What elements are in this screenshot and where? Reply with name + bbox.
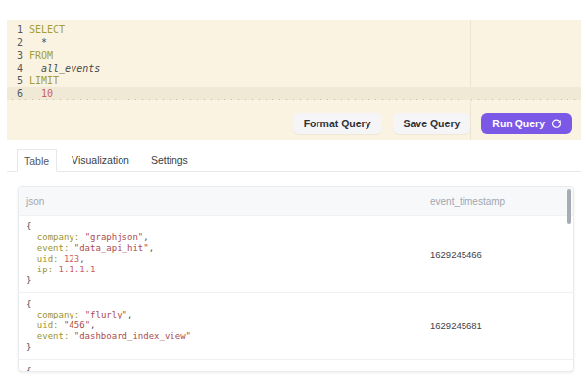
editor-line[interactable]: 4 all_events: [7, 62, 581, 74]
json-cell: {: [19, 360, 430, 372]
sql-editor[interactable]: 1SELECT2 *3FROM4 all_events5LIMIT6 10 Fo…: [7, 20, 581, 140]
event-timestamp-cell: 1629245681: [430, 320, 573, 331]
line-number: 4: [7, 62, 23, 74]
query-tool-app: 1SELECT2 *3FROM4 all_events5LIMIT6 10 Fo…: [0, 0, 588, 392]
event-timestamp-cell: 1629245466: [430, 249, 573, 260]
editor-line[interactable]: 5LIMIT: [7, 74, 581, 87]
line-number: 1: [7, 24, 23, 36]
table-row: { company: "flurly", uid: "456", event: …: [19, 292, 573, 359]
code-text: LIMIT: [23, 74, 59, 87]
line-number: 3: [7, 49, 23, 62]
tab-table[interactable]: Table: [17, 149, 57, 172]
table-row: { company: "graphjson", event: "data_api…: [19, 215, 573, 292]
tab-visualization[interactable]: Visualization: [65, 149, 136, 171]
results-table-header: json event_timestamp: [19, 187, 573, 215]
editor-line[interactable]: 1SELECT: [7, 24, 581, 36]
table-scrollbar[interactable]: [567, 189, 571, 224]
results-table-body: { company: "graphjson", event: "data_api…: [19, 215, 573, 372]
line-number: 6: [7, 87, 23, 100]
results-tab-bar: Table Visualization Settings: [7, 149, 581, 172]
table-row: {: [19, 359, 573, 372]
code-text: FROM: [23, 49, 53, 62]
json-cell: { company: "graphjson", event: "data_api…: [19, 216, 430, 292]
json-cell: { company: "flurly", uid: "456", event: …: [19, 293, 430, 359]
code-text: SELECT: [23, 24, 65, 36]
results-table: json event_timestamp { company: "graphjs…: [18, 186, 574, 372]
column-header-json: json: [19, 196, 430, 207]
line-number: 5: [7, 74, 23, 87]
column-header-event-timestamp: event_timestamp: [430, 196, 573, 207]
save-query-button[interactable]: Save Query: [393, 113, 471, 134]
editor-line[interactable]: 6 10: [7, 87, 581, 100]
tab-settings[interactable]: Settings: [144, 149, 195, 171]
refresh-icon: [551, 119, 562, 129]
code-text: *: [23, 36, 47, 49]
code-text: 10: [23, 87, 53, 100]
editor-line[interactable]: 3FROM: [7, 49, 581, 62]
run-query-button[interactable]: Run Query: [481, 113, 572, 134]
code-text: all_events: [23, 62, 100, 74]
query-toolbar: Format Query Save Query Run Query: [293, 113, 572, 134]
line-number: 2: [7, 36, 23, 49]
run-query-label: Run Query: [492, 118, 545, 129]
editor-line[interactable]: 2 *: [7, 36, 581, 49]
editor-lines: 1SELECT2 *3FROM4 all_events5LIMIT6 10: [7, 20, 581, 100]
format-query-button[interactable]: Format Query: [293, 113, 382, 134]
